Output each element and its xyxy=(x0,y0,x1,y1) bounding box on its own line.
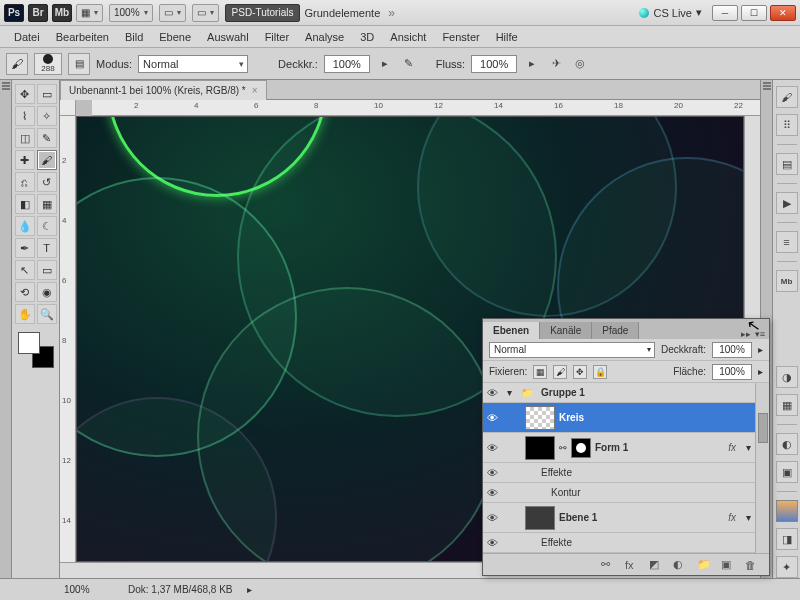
new-layer-icon[interactable]: ▣ xyxy=(721,558,737,571)
link-layers-icon[interactable]: ⚯ xyxy=(601,558,617,571)
window-maximize-button[interactable]: ☐ xyxy=(741,5,767,21)
path-tool[interactable]: ↖ xyxy=(15,260,35,280)
window-close-button[interactable]: ✕ xyxy=(770,5,796,21)
lock-position-icon[interactable]: ✥ xyxy=(573,365,587,379)
history-brush-tool[interactable]: ↺ xyxy=(37,172,57,192)
layer-thumb[interactable] xyxy=(525,436,555,460)
layers-scrollbar[interactable] xyxy=(755,383,769,553)
3d-camera-tool[interactable]: ◉ xyxy=(37,282,57,302)
layers-panel[interactable]: Ebenen Kanäle Pfade ▸▸ ▾≡ Normal Deckkra… xyxy=(482,318,770,576)
status-arrow-icon[interactable]: ▸ xyxy=(247,584,252,595)
pen-tool[interactable]: ✒ xyxy=(15,238,35,258)
eyedropper-tool[interactable]: ✎ xyxy=(37,128,57,148)
ruler-horizontal[interactable]: 2 4 6 8 10 12 14 16 18 20 22 xyxy=(92,100,760,116)
dock-mb-icon[interactable]: Mb xyxy=(776,270,798,292)
healing-tool[interactable]: ✚ xyxy=(15,150,35,170)
dock-color-icon[interactable]: ◑ xyxy=(776,366,798,388)
brush-tool[interactable]: 🖌 xyxy=(37,150,57,170)
fx-expand-icon[interactable]: ▾ xyxy=(746,512,751,523)
menu-analyse[interactable]: Analyse xyxy=(297,29,352,45)
menu-ansicht[interactable]: Ansicht xyxy=(382,29,434,45)
opacity-input[interactable]: 100% xyxy=(324,55,370,73)
app-icon-miniBridge[interactable]: Mb xyxy=(52,4,72,22)
lock-all-icon[interactable]: 🔒 xyxy=(593,365,607,379)
dock-brushpresets-icon[interactable]: ⠿ xyxy=(776,114,798,136)
cs-live-button[interactable]: CS Live ▾ xyxy=(639,6,702,19)
menu-filter[interactable]: Filter xyxy=(257,29,297,45)
group-icon[interactable]: 📁 xyxy=(697,558,713,571)
workspace-grundelemente[interactable]: Grundelemente xyxy=(304,7,380,19)
crop-tool[interactable]: ◫ xyxy=(15,128,35,148)
airbrush-icon[interactable]: ✈ xyxy=(547,55,565,73)
adjustment-layer-icon[interactable]: ◐ xyxy=(673,558,689,571)
dock-channels-icon[interactable]: ◨ xyxy=(776,528,798,550)
fx-indicator[interactable]: fx xyxy=(728,512,736,523)
window-minimize-button[interactable]: ─ xyxy=(712,5,738,21)
move-tool[interactable]: ✥ xyxy=(15,84,35,104)
screenmode-dropdown[interactable]: ▭ ▾ xyxy=(192,4,219,22)
tab-pfade[interactable]: Pfade xyxy=(592,322,639,339)
dock-history-icon[interactable]: ≡ xyxy=(776,231,798,253)
visibility-icon[interactable]: 👁 xyxy=(487,387,503,399)
layer-effect-kontur[interactable]: 👁 Kontur xyxy=(483,483,755,503)
delete-layer-icon[interactable]: 🗑 xyxy=(745,559,761,571)
menu-bild[interactable]: Bild xyxy=(117,29,151,45)
tablet-size-icon[interactable]: ◎ xyxy=(571,55,589,73)
workspace-psd-tutorials[interactable]: PSD-Tutorials xyxy=(225,4,301,22)
layer-ebene1[interactable]: 👁 Ebene 1 fx ▾ xyxy=(483,503,755,533)
visibility-icon[interactable]: 👁 xyxy=(487,537,503,549)
marquee-tool[interactable]: ▭ xyxy=(37,84,57,104)
flow-slider-icon[interactable]: ▸ xyxy=(523,55,541,73)
status-zoom[interactable]: 100% xyxy=(64,584,114,595)
tab-kanaele[interactable]: Kanäle xyxy=(540,322,592,339)
fx-expand-icon[interactable]: ▾ xyxy=(746,442,751,453)
visibility-icon[interactable]: 👁 xyxy=(487,512,503,524)
opacity-slider-icon[interactable]: ▸ xyxy=(376,55,394,73)
stamp-tool[interactable]: ⎌ xyxy=(15,172,35,192)
close-tab-icon[interactable]: × xyxy=(252,85,258,96)
zoom-dropdown[interactable]: 100%▾ xyxy=(109,4,153,22)
lasso-tool[interactable]: ⌇ xyxy=(15,106,35,126)
dock-paths-icon[interactable]: ✦ xyxy=(776,556,798,578)
layer-opacity-input[interactable]: 100% xyxy=(712,342,752,358)
gradient-tool[interactable]: ▦ xyxy=(37,194,57,214)
tool-preset-picker[interactable]: 🖌 xyxy=(6,53,28,75)
fill-input[interactable]: 100% xyxy=(712,364,752,380)
app-icon-ps[interactable]: Ps xyxy=(4,4,24,22)
layer-effects-row-2[interactable]: 👁 Effekte xyxy=(483,533,755,553)
layer-thumb[interactable] xyxy=(525,406,555,430)
layer-effects-row[interactable]: 👁 Effekte xyxy=(483,463,755,483)
blend-mode-combo[interactable]: Normal xyxy=(138,55,248,73)
layer-kreis[interactable]: 👁 Kreis xyxy=(483,403,755,433)
lock-transparency-icon[interactable]: ▦ xyxy=(533,365,547,379)
wand-tool[interactable]: ✧ xyxy=(37,106,57,126)
layer-blendmode-combo[interactable]: Normal xyxy=(489,342,655,358)
3d-tool[interactable]: ⟲ xyxy=(15,282,35,302)
layer-thumb[interactable] xyxy=(525,506,555,530)
dock-clone-icon[interactable]: ▤ xyxy=(776,153,798,175)
shape-tool[interactable]: ▭ xyxy=(37,260,57,280)
document-tab[interactable]: Unbenannt-1 bei 100% (Kreis, RGB/8) * × xyxy=(60,80,267,100)
ruler-vertical[interactable]: 2 4 6 8 10 12 14 xyxy=(60,116,76,562)
visibility-icon[interactable]: 👁 xyxy=(487,442,503,454)
visibility-icon[interactable]: 👁 xyxy=(487,467,503,479)
layer-style-icon[interactable]: fx xyxy=(625,559,641,571)
lock-pixels-icon[interactable]: 🖌 xyxy=(553,365,567,379)
menu-auswahl[interactable]: Auswahl xyxy=(199,29,257,45)
layer-form1[interactable]: 👁 ⚯ Form 1 fx ▾ xyxy=(483,433,755,463)
view-extras-dropdown[interactable]: ▦ ▾ xyxy=(76,4,103,22)
dock-masks-icon[interactable]: ▣ xyxy=(776,461,798,483)
dock-swatches-icon[interactable]: ▦ xyxy=(776,394,798,416)
brush-preset-picker[interactable]: 288 xyxy=(34,53,62,75)
menu-3d[interactable]: 3D xyxy=(352,29,382,45)
menu-datei[interactable]: Datei xyxy=(6,29,48,45)
menu-ebene[interactable]: Ebene xyxy=(151,29,199,45)
dodge-tool[interactable]: ☾ xyxy=(37,216,57,236)
layer-group[interactable]: 👁 ▾ 📁 Gruppe 1 xyxy=(483,383,755,403)
dock-brush-icon[interactable]: 🖌 xyxy=(776,86,798,108)
menu-hilfe[interactable]: Hilfe xyxy=(488,29,526,45)
layer-mask-icon[interactable]: ◩ xyxy=(649,558,665,571)
dock-actions-icon[interactable]: ▶ xyxy=(776,192,798,214)
color-swatches[interactable] xyxy=(18,332,54,368)
foreground-color[interactable] xyxy=(18,332,40,354)
